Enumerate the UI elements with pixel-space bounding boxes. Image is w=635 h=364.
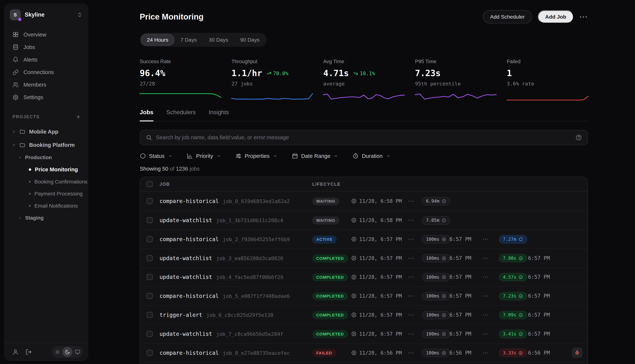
workspace-avatar: S	[10, 10, 21, 20]
search-input[interactable]	[156, 134, 575, 140]
lifecycle-ellipsis: ···	[408, 293, 422, 299]
filter-priority[interactable]: Priority	[187, 153, 221, 159]
env-staging[interactable]: Staging	[4, 212, 88, 224]
filter-status[interactable]: Status	[140, 153, 172, 159]
table-row[interactable]: check-price job_909_6880c54b84486783 COM…	[140, 362, 588, 364]
sidebar-item-label: Settings	[24, 94, 43, 100]
row-checkbox[interactable]	[147, 331, 153, 337]
table-row[interactable]: compare-historical job_2_f930645255eff6b…	[140, 230, 588, 248]
table-row[interactable]: compare-historical job_5_e087f1f7408adae…	[140, 286, 588, 305]
sidebar-item-overview[interactable]: Overview	[4, 28, 88, 41]
project-mobile-app[interactable]: Mobile App	[4, 125, 88, 138]
arrow-right-circle-icon	[441, 332, 446, 336]
row-checkbox[interactable]	[147, 312, 153, 318]
range-30-days[interactable]: 30 Days	[203, 34, 234, 46]
sidebar-item-connections[interactable]: Connections	[4, 66, 88, 78]
add-job-button[interactable]: Add Job	[538, 10, 574, 24]
table-row[interactable]: trigger-alert job_6_c8cc825d29f5e138 COM…	[140, 305, 588, 324]
trend-value: 10.1%	[360, 70, 375, 76]
job-cell: update-watchlist job_4_fac5ed87f00b6f29	[159, 274, 312, 280]
lifecycle-ellipsis: ···	[408, 312, 422, 318]
row-checkbox[interactable]	[147, 217, 153, 223]
table-row[interactable]: update-watchlist job_4_fac5ed87f00b6f29 …	[140, 268, 588, 286]
chevron-down-icon	[386, 154, 390, 158]
finished-time: 6:57 PM	[528, 274, 588, 280]
created-at: 11/28, 6:57 PM	[351, 255, 408, 261]
finished-time: 6:57 PM	[528, 293, 588, 299]
workspace-switcher[interactable]: S Skyline	[4, 3, 88, 24]
metric-subtext: average	[323, 81, 405, 86]
dashboard-icon	[13, 32, 19, 38]
table-row[interactable]: compare-historical job_8_e27e88735eacefe…	[140, 343, 588, 362]
chevron-down-icon	[334, 154, 338, 158]
sidebar-item-jobs[interactable]: Jobs	[4, 41, 88, 54]
filter-properties[interactable]: Properties	[235, 153, 277, 159]
dark-theme-button[interactable]	[62, 347, 73, 357]
plus-circle-icon	[351, 331, 357, 337]
range-24-hours[interactable]: 24 Hours	[141, 34, 174, 46]
sidebar-item-price-monitoring[interactable]: Price Monitoring	[4, 164, 88, 176]
summary-total: 1236	[176, 166, 188, 172]
light-theme-button[interactable]	[52, 347, 62, 357]
user-icon[interactable]	[12, 349, 19, 355]
sidebar-item-members[interactable]: Members	[4, 78, 88, 91]
more-menu-button[interactable]: ···	[579, 13, 588, 21]
leaf-label: Price Monitoring	[35, 166, 78, 172]
run-duration: 7.23s	[503, 294, 516, 298]
add-project-icon[interactable]	[75, 114, 81, 120]
search-bar	[140, 130, 588, 145]
lifecycle-ellipsis: ···	[408, 274, 422, 280]
finished-time: 6:57 PM	[528, 331, 588, 337]
select-all-checkbox[interactable]	[147, 181, 153, 187]
metric-value: 1	[507, 68, 512, 78]
table-row[interactable]: update-watchlist job_3_ea856208d3ca0820 …	[140, 248, 588, 268]
tab-insights[interactable]: Insights	[209, 109, 229, 121]
created-time: 11/28, 6:57 PM	[359, 255, 402, 261]
row-checkbox[interactable]	[147, 350, 153, 356]
logout-icon[interactable]	[26, 349, 32, 355]
row-checkbox[interactable]	[147, 236, 153, 242]
run-duration-pill: 7.23s	[499, 292, 527, 300]
job-name: trigger-alert	[159, 312, 202, 318]
bug-icon[interactable]	[572, 348, 582, 358]
metric-cards: Success Rate 96.4% 27/28 Throughput 1.1/…	[140, 58, 588, 101]
tab-jobs[interactable]: Jobs	[140, 109, 153, 121]
sidebar-item-email-notifications[interactable]: Email Notifications	[4, 200, 88, 212]
row-checkbox[interactable]	[147, 198, 153, 204]
table-row[interactable]: compare-historical job_0_619d6853ed1a62a…	[140, 192, 588, 210]
lifecycle-ellipsis: ···	[408, 350, 422, 356]
run-duration-pill: 4.57s	[499, 273, 527, 281]
tab-schedulers[interactable]: Schedulers	[166, 109, 196, 121]
sidebar-item-alerts[interactable]: Alerts	[4, 54, 88, 66]
status-badge: COMPLETED	[312, 330, 348, 338]
created-at: 11/28, 6:57 PM	[351, 274, 408, 280]
row-checkbox[interactable]	[147, 274, 153, 280]
range-90-days[interactable]: 90 Days	[234, 34, 265, 46]
filter-date-range[interactable]: Date Range	[292, 153, 338, 159]
sidebar: S Skyline Overview Jobs Alerts	[4, 3, 88, 361]
range-7-days[interactable]: 7 Days	[174, 34, 203, 46]
system-theme-button[interactable]	[73, 347, 83, 357]
leaf-label: Booking Confirmations	[35, 179, 87, 185]
sidebar-item-booking-confirmations[interactable]: Booking Confirmations	[4, 176, 88, 188]
lifecycle-ellipsis: ···	[483, 331, 499, 337]
env-production[interactable]: Production	[4, 152, 88, 164]
project-booking-platform[interactable]: Booking Platform	[4, 138, 88, 152]
sidebar-item-payment-processing[interactable]: Payment Processing	[4, 188, 88, 200]
filter-duration[interactable]: Duration	[353, 153, 390, 159]
workspace-status-dot	[18, 18, 22, 21]
row-checkbox[interactable]	[147, 255, 153, 261]
table-row[interactable]: update-watchlist job_7_c8ca96656d5e284f …	[140, 324, 588, 343]
sparkline-failed	[507, 92, 588, 101]
help-icon[interactable]	[575, 134, 582, 141]
job-id: job_2_f930645255eff6b9	[223, 236, 290, 242]
metric-success-rate: Success Rate 96.4% 27/28	[140, 58, 221, 101]
gear-icon	[13, 94, 19, 100]
add-scheduler-button[interactable]: Add Scheduler	[483, 10, 532, 24]
chevron-down-icon	[217, 154, 221, 158]
row-checkbox[interactable]	[147, 293, 153, 299]
arrow-right-circle-icon	[441, 350, 446, 355]
sidebar-item-settings[interactable]: Settings	[4, 91, 88, 104]
table-row[interactable]: update-watchlist job_1_3b731d0b11c288c4 …	[140, 210, 588, 230]
run-duration: 3.33s	[503, 350, 516, 356]
